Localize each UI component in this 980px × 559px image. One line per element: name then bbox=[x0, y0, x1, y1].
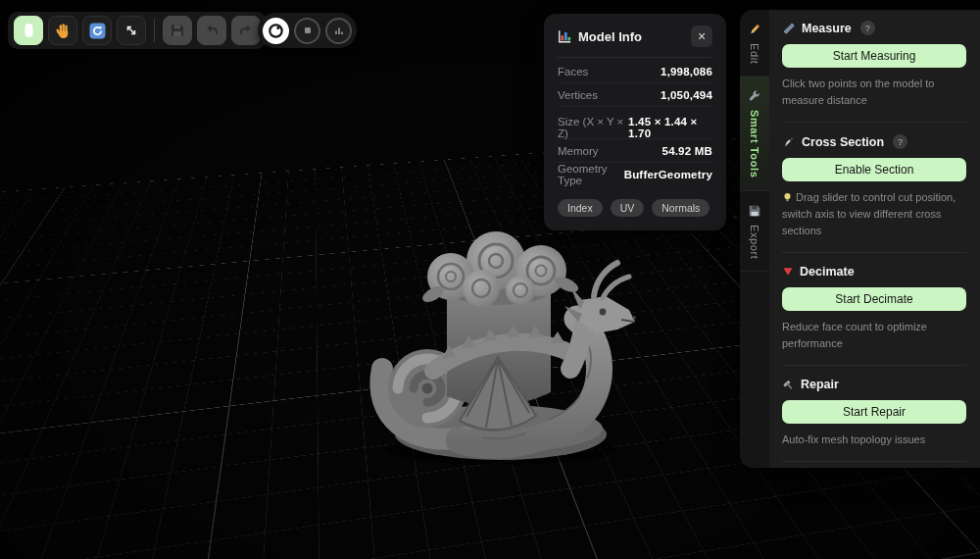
section-title: Repair bbox=[801, 378, 839, 391]
stats-view-button[interactable] bbox=[325, 18, 352, 44]
info-row-vertices: Vertices 1,050,494 bbox=[558, 83, 712, 107]
panel-tab-rail: Edit Smart Tools Export bbox=[740, 10, 769, 468]
resize-tool-button[interactable] bbox=[117, 16, 146, 45]
pan-tool-button[interactable] bbox=[48, 16, 77, 45]
geometry-badges: Index UV Normals bbox=[558, 199, 712, 217]
view-controls bbox=[258, 13, 357, 48]
info-row-faces: Faces 1,998,086 bbox=[558, 60, 712, 83]
badge-uv: UV bbox=[611, 199, 645, 217]
lightbulb-icon bbox=[782, 192, 793, 203]
model-info-panel: Model Info × Faces 1,998,086 Vertices 1,… bbox=[544, 14, 726, 230]
section-description: Auto-fix mesh topology issues bbox=[782, 432, 966, 448]
section-title: Measure bbox=[802, 22, 852, 35]
close-icon: × bbox=[698, 29, 706, 43]
tab-edit[interactable]: Edit bbox=[740, 10, 769, 76]
measure-help-button[interactable]: ? bbox=[860, 21, 875, 35]
row-value: BufferGeometry bbox=[624, 169, 712, 180]
row-value: 1,998,086 bbox=[661, 66, 712, 77]
floppy-icon bbox=[170, 23, 185, 38]
wrench-icon bbox=[748, 89, 761, 103]
start-measuring-button[interactable]: Start Measuring bbox=[782, 44, 966, 68]
triangle-down-icon bbox=[782, 266, 794, 278]
section-title: Cross Section bbox=[802, 135, 884, 149]
section-divider bbox=[782, 461, 966, 462]
row-value: 54.92 MB bbox=[662, 145, 712, 157]
hand-icon bbox=[55, 23, 72, 39]
row-label: Vertices bbox=[558, 89, 598, 101]
bars-icon bbox=[332, 24, 346, 37]
badge-index: Index bbox=[558, 199, 603, 217]
section-divider bbox=[782, 252, 966, 253]
tab-label: Export bbox=[749, 225, 760, 259]
square-icon bbox=[301, 24, 315, 37]
redo-arrow-icon bbox=[238, 23, 254, 38]
tab-label: Edit bbox=[749, 43, 760, 64]
rotate-icon bbox=[89, 23, 106, 39]
help-icon: ? bbox=[898, 137, 903, 147]
section-description: Drag slider to control cut position, swi… bbox=[782, 189, 966, 239]
undo-button[interactable] bbox=[197, 16, 226, 45]
orbit-tool-button[interactable] bbox=[82, 16, 112, 45]
row-label: Size (X × Y × Z) bbox=[558, 116, 628, 139]
start-repair-button[interactable]: Start Repair bbox=[782, 400, 966, 424]
row-label: Faces bbox=[558, 66, 588, 77]
section-description: Click two points on the model to measure… bbox=[782, 76, 966, 109]
section-measure: Measure ? Start Measuring Click two poin… bbox=[782, 21, 966, 109]
row-label: Memory bbox=[558, 145, 599, 157]
section-decimate: Decimate Start Decimate Reduce face coun… bbox=[782, 265, 966, 352]
info-row-memory: Memory 54.92 MB bbox=[558, 139, 712, 163]
mouse-cursor-icon bbox=[20, 22, 37, 39]
info-row-geometry-type: Geometry Type BufferGeometry bbox=[558, 163, 712, 186]
row-value: 1.45 × 1.44 × 1.70 bbox=[628, 116, 712, 139]
app-window: Model Info × Faces 1,998,086 Vertices 1,… bbox=[0, 0, 980, 559]
dragon-planter-model[interactable] bbox=[349, 224, 643, 471]
badge-normals: Normals bbox=[652, 199, 710, 217]
section-cross-section: Cross Section ? Enable Section Drag slid… bbox=[782, 134, 966, 239]
select-tool-button[interactable] bbox=[14, 16, 43, 45]
model-info-title: Model Info bbox=[578, 29, 684, 44]
smart-tools-content: Measure ? Start Measuring Click two poin… bbox=[769, 10, 980, 468]
section-description-text: Drag slider to control cut position, swi… bbox=[782, 191, 956, 236]
row-label: Geometry Type bbox=[558, 163, 624, 186]
perspective-view-button[interactable] bbox=[263, 18, 289, 44]
pencil-icon bbox=[748, 23, 761, 36]
section-divider bbox=[782, 122, 966, 123]
undo-arrow-icon bbox=[204, 23, 220, 38]
hammer-icon bbox=[782, 379, 795, 391]
main-toolbar bbox=[8, 12, 267, 49]
toolbar-divider bbox=[154, 19, 155, 42]
knife-icon bbox=[782, 135, 796, 149]
solid-view-button[interactable] bbox=[294, 18, 320, 44]
help-icon: ? bbox=[865, 24, 870, 33]
section-description: Reduce face count to optimize performanc… bbox=[782, 319, 966, 352]
close-button[interactable]: × bbox=[691, 25, 712, 47]
save-button[interactable] bbox=[163, 16, 192, 45]
circle-dot-icon bbox=[268, 23, 284, 39]
diagonal-arrows-icon bbox=[123, 23, 139, 38]
tab-smart-tools[interactable]: Smart Tools bbox=[740, 76, 769, 190]
model-info-divider bbox=[558, 57, 712, 58]
start-decimate-button[interactable]: Start Decimate bbox=[782, 287, 966, 311]
cross-section-help-button[interactable]: ? bbox=[893, 134, 907, 149]
enable-section-button[interactable]: Enable Section bbox=[782, 158, 966, 181]
tab-export[interactable]: Export bbox=[740, 191, 769, 272]
info-row-size: Size (X × Y × Z) 1.45 × 1.44 × 1.70 bbox=[558, 116, 712, 139]
section-divider bbox=[782, 365, 966, 366]
section-repair: Repair Start Repair Auto-fix mesh topolo… bbox=[782, 378, 966, 448]
redo-button[interactable] bbox=[231, 16, 261, 45]
ruler-icon bbox=[782, 22, 796, 35]
row-value: 1,050,494 bbox=[661, 89, 712, 101]
floppy-icon bbox=[748, 204, 761, 218]
tools-panel: Edit Smart Tools Export bbox=[740, 10, 980, 468]
section-title: Decimate bbox=[800, 265, 855, 279]
bar-chart-icon bbox=[558, 29, 571, 43]
tab-label: Smart Tools bbox=[749, 110, 760, 178]
